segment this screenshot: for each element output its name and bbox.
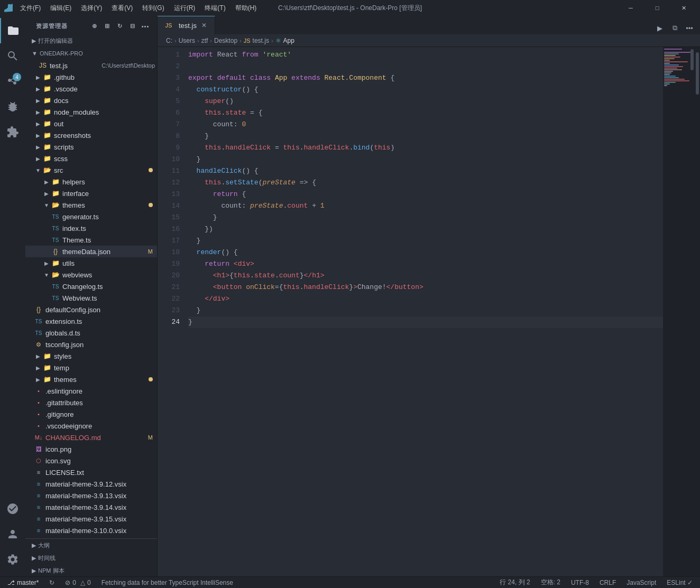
menu-help[interactable]: 帮助(H) [231, 3, 261, 14]
code-content[interactable]: import React from 'react' export default… [184, 47, 663, 576]
folder-label: temp [54, 364, 157, 372]
file-theme-ts[interactable]: TS Theme.ts [25, 234, 157, 246]
activity-search[interactable] [0, 43, 25, 69]
outline-section[interactable]: ▶ 大纲 [25, 539, 157, 552]
file-index-ts[interactable]: TS index.ts [25, 222, 157, 234]
menu-goto[interactable]: 转到(G) [138, 3, 168, 14]
folder-scss[interactable]: ▶ 📁 scss [25, 153, 157, 164]
file-eslintignore[interactable]: • .eslintignore [25, 385, 157, 397]
file-changelog-md[interactable]: M↓ CHANGELOG.md M [25, 432, 157, 443]
file-vsix-3915[interactable]: ≡ material-theme-3.9.15.vsix [25, 513, 157, 525]
split-button[interactable]: ⧉ [668, 22, 681, 34]
more-actions-button[interactable]: ••• [140, 21, 151, 32]
activity-source-control[interactable]: 4 [0, 69, 25, 94]
folder-src[interactable]: ▼ 📂 src [25, 164, 157, 176]
collapse-all-button[interactable]: ⊟ [127, 21, 138, 32]
activity-remote[interactable] [0, 496, 25, 521]
menu-run[interactable]: 运行(R) [170, 3, 200, 14]
file-vsix-3100[interactable]: ≡ material-theme-3.10.0.vsix [25, 525, 157, 536]
file-icon-png[interactable]: 🖼 icon.png [25, 443, 157, 455]
language-status[interactable]: JavaScript [623, 577, 659, 589]
folder-vscode[interactable]: ▶ 📁 .vscode [25, 83, 157, 95]
breadcrumb-desktop[interactable]: Desktop [214, 37, 237, 44]
tab-testjs[interactable]: JS test.js ✕ [158, 16, 215, 34]
folder-out[interactable]: ▶ 📁 out [25, 118, 157, 129]
file-vsix-3912[interactable]: ≡ material-theme-3.9.12.vsix [25, 478, 157, 490]
line-ending-status[interactable]: CRLF [596, 577, 619, 589]
tab-close-button[interactable]: ✕ [200, 21, 208, 30]
activity-debug[interactable] [0, 94, 25, 119]
file-changelog-ts[interactable]: TS Changelog.ts [25, 281, 157, 292]
maximize-button[interactable]: □ [645, 0, 669, 16]
menu-file[interactable]: 文件(F) [16, 3, 45, 14]
root-folder-header[interactable]: ▼ ONEDARK-PRO [25, 47, 157, 60]
file-webview-ts[interactable]: TS Webview.ts [25, 292, 157, 304]
breadcrumb-file[interactable]: test.js [253, 37, 269, 44]
folder-temp[interactable]: ▶ 📁 temp [25, 362, 157, 374]
more-tab-actions[interactable]: ••• [683, 22, 696, 34]
file-themedata-json[interactable]: {} themeData.json M [25, 246, 157, 257]
npm-section[interactable]: ▶ NPM 脚本 [25, 564, 157, 576]
eslint-status[interactable]: ESLint ✓ [664, 577, 696, 589]
folder-styles[interactable]: ▶ 📁 styles [25, 350, 157, 362]
indentation-status[interactable]: 空格: 2 [538, 577, 564, 589]
file-tsconfig-json[interactable]: ⚙ tsconfig.json [25, 339, 157, 350]
folder-root-themes[interactable]: ▶ 📁 themes [25, 374, 157, 385]
cursor-position[interactable]: 行 24, 列 2 [496, 577, 533, 589]
folder-webviews[interactable]: ▼ 📂 webviews [25, 269, 157, 281]
encoding-status[interactable]: UTF-8 [568, 577, 592, 589]
open-editor-testjs[interactable]: JS test.js C:\Users\ztf\Desktop [25, 60, 157, 71]
folder-docs[interactable]: ▶ 📁 docs [25, 95, 157, 106]
activity-settings[interactable] [0, 547, 25, 572]
folder-scripts[interactable]: ▶ 📁 scripts [25, 141, 157, 153]
git-branch-status[interactable]: ⎇ master* [4, 577, 42, 589]
folder-label: styles [54, 352, 157, 360]
close-button[interactable]: ✕ [671, 0, 696, 16]
folder-helpers[interactable]: ▶ 📁 helpers [25, 176, 157, 188]
new-folder-button[interactable]: ⊞ [102, 21, 113, 32]
file-gitattributes[interactable]: • .gitattributes [25, 397, 157, 408]
new-file-button[interactable]: ⊕ [89, 21, 100, 32]
file-defaultconfig-json[interactable]: {} defaultConfig.json [25, 304, 157, 315]
errors-status[interactable]: ⊘ 0 △ 0 [62, 577, 94, 589]
ts-icon: TS [51, 284, 60, 290]
svg-icon: ⬡ [34, 458, 43, 464]
menu-view[interactable]: 查看(V) [107, 3, 137, 14]
folder-src-themes[interactable]: ▼ 📂 themes [25, 199, 157, 211]
timeline-section[interactable]: ▶ 时间线 [25, 552, 157, 564]
sync-status[interactable]: ↻ [46, 577, 58, 589]
folder-icon: 📁 [51, 190, 60, 197]
breadcrumb-ztf[interactable]: ztf [201, 37, 208, 44]
file-extension-ts[interactable]: TS extension.ts [25, 315, 157, 327]
activity-explorer[interactable] [0, 18, 25, 43]
folder-github[interactable]: ▶ 📁 .github [25, 71, 157, 83]
menu-terminal[interactable]: 终端(T) [200, 3, 229, 14]
file-globals-dts[interactable]: TS globals.d.ts [25, 327, 157, 339]
vertical-scrollbar[interactable] [695, 47, 700, 576]
folder-utils[interactable]: ▶ 📁 utils [25, 257, 157, 269]
file-gitignore[interactable]: • .gitignore [25, 408, 157, 420]
file-license-txt[interactable]: ≡ LICENSE.txt [25, 466, 157, 478]
folder-screenshots[interactable]: ▶ 📁 screenshots [25, 129, 157, 141]
code-line-1: import React from 'react' [188, 49, 663, 61]
menu-edit[interactable]: 编辑(E) [46, 3, 76, 14]
breadcrumb-users[interactable]: Users [179, 37, 195, 44]
folder-interface[interactable]: ▶ 📁 interface [25, 188, 157, 199]
activity-bar: 4 [0, 16, 25, 576]
breadcrumb-drive[interactable]: C: [166, 37, 172, 44]
file-generator-ts[interactable]: TS generator.ts [25, 211, 157, 222]
folder-node-modules[interactable]: ▶ 📁 node_modules [25, 106, 157, 118]
file-vsix-3914[interactable]: ≡ material-theme-3.9.14.vsix [25, 501, 157, 513]
activity-accounts[interactable] [0, 521, 25, 547]
scrollbar-thumb[interactable] [696, 52, 699, 95]
file-vsix-3913[interactable]: ≡ material-theme-3.9.13.vsix [25, 490, 157, 501]
open-editors-section[interactable]: ▶ 打开的编辑器 [25, 34, 157, 47]
menu-select[interactable]: 选择(Y) [77, 3, 106, 14]
file-vscodeignore[interactable]: • .vscodeeignore [25, 420, 157, 432]
minimap-line [664, 53, 679, 54]
run-button[interactable]: ▶ [653, 22, 666, 34]
minimize-button[interactable]: ─ [619, 0, 643, 16]
refresh-button[interactable]: ↻ [115, 21, 125, 32]
file-icon-svg[interactable]: ⬡ icon.svg [25, 455, 157, 466]
activity-extensions[interactable] [0, 119, 25, 145]
